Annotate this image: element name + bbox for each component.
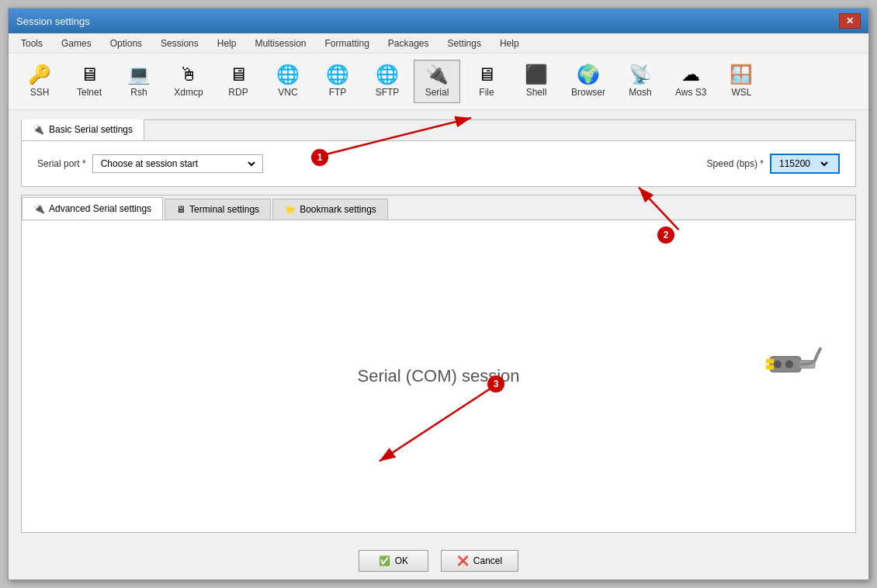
serial-port-select-wrapper[interactable]: Choose at session start COM1 COM2 COM3 C…: [92, 154, 263, 173]
protocol-file[interactable]: 🖥 File: [463, 60, 510, 103]
protocol-vnc[interactable]: 🌐 VNC: [265, 60, 311, 103]
bookmark-settings-label: Bookmark settings: [300, 204, 376, 215]
basic-serial-tab-icon: 🔌: [33, 124, 44, 135]
sftp-label: SFTP: [376, 87, 400, 98]
title-bar-controls: ✕: [839, 13, 861, 29]
basic-serial-tab-label: Basic Serial settings: [49, 124, 133, 135]
basic-settings-content: Serial port * Choose at session start CO…: [22, 141, 855, 186]
terminal-settings-icon: 🖥: [176, 204, 185, 215]
mosh-icon: 📡: [629, 65, 652, 84]
shell-label: Shell: [526, 87, 547, 98]
advanced-serial-label: Advanced Serial settings: [49, 203, 151, 214]
speed-label: Speed (bps) *: [707, 158, 764, 169]
xdmcp-icon: 🖱: [179, 65, 198, 84]
lower-panel: 🔌 Advanced Serial settings 🖥 Terminal se…: [21, 195, 856, 533]
svg-rect-7: [766, 365, 774, 370]
file-label: File: [479, 87, 494, 98]
rsh-label: Rsh: [130, 87, 147, 98]
menu-packages[interactable]: Packages: [382, 36, 435, 50]
protocol-ftp[interactable]: 🌐 FTP: [314, 60, 361, 103]
connector-svg: [762, 337, 824, 392]
serial-port-select[interactable]: Choose at session start COM1 COM2 COM3 C…: [98, 157, 258, 170]
title-bar: Session settings ✕: [9, 9, 868, 33]
lower-content: Serial (COM) session: [22, 220, 855, 532]
rdp-label: RDP: [228, 87, 248, 98]
ftp-label: FTP: [329, 87, 347, 98]
ok-icon: ✅: [379, 555, 390, 566]
wsl-label: WSL: [731, 87, 751, 98]
serial-icon: 🔌: [425, 65, 449, 84]
protocol-mosh[interactable]: 📡 Mosh: [617, 60, 664, 103]
browser-label: Browser: [571, 87, 605, 98]
protocol-awss3[interactable]: ☁ Aws S3: [667, 60, 715, 103]
telnet-label: Telnet: [77, 87, 102, 98]
basic-serial-tab[interactable]: 🔌 Basic Serial settings: [22, 119, 144, 140]
ok-button[interactable]: ✅ OK: [359, 550, 428, 572]
serial-session-text: Serial (COM) session: [357, 366, 519, 386]
protocol-shell[interactable]: ⬛ Shell: [513, 60, 560, 103]
cancel-button[interactable]: ❌ Cancel: [441, 550, 518, 572]
content-area: 🔌 Basic Serial settings Serial port * Ch…: [9, 110, 868, 542]
protocol-browser[interactable]: 🌍 Browser: [563, 60, 614, 103]
serial-label: Serial: [425, 87, 449, 98]
vnc-label: VNC: [278, 87, 297, 98]
menu-help2[interactable]: Help: [494, 36, 525, 50]
protocol-rdp[interactable]: 🖥 RDP: [215, 60, 262, 103]
window-title: Session settings: [16, 16, 90, 27]
svg-point-9: [785, 361, 793, 368]
protocol-serial[interactable]: 🔌 Serial: [414, 60, 460, 103]
menu-help[interactable]: Help: [211, 36, 243, 50]
advanced-serial-icon: 🔌: [33, 203, 45, 214]
tab-bookmark-settings[interactable]: ⭐ Bookmark settings: [272, 199, 388, 220]
menu-tools[interactable]: Tools: [15, 36, 49, 50]
wsl-icon: 🪟: [730, 65, 753, 84]
speed-select-wrapper[interactable]: 115200 9600 19200 38400 57600 230400: [770, 154, 840, 174]
sftp-icon: 🌐: [376, 65, 399, 84]
bookmark-settings-icon: ⭐: [284, 204, 296, 215]
tab-terminal-settings[interactable]: 🖥 Terminal settings: [165, 199, 271, 220]
awss3-icon: ☁: [681, 65, 700, 84]
serial-port-label: Serial port *: [37, 158, 86, 169]
ssh-label: SSH: [30, 87, 50, 98]
xdmcp-label: Xdmcp: [174, 87, 203, 98]
ftp-icon: 🌐: [326, 65, 349, 84]
file-icon: 🖥: [477, 65, 496, 84]
tab-advanced-serial[interactable]: 🔌 Advanced Serial settings: [22, 197, 163, 220]
basic-settings-panel: 🔌 Basic Serial settings Serial port * Ch…: [21, 119, 856, 187]
menu-games[interactable]: Games: [55, 36, 98, 50]
ssh-icon: 🔑: [28, 65, 51, 84]
speed-select[interactable]: 115200 9600 19200 38400 57600 230400: [776, 157, 830, 170]
rdp-icon: 🖥: [229, 65, 248, 84]
close-button[interactable]: ✕: [839, 13, 861, 29]
ok-label: OK: [395, 555, 408, 566]
telnet-icon: 🖥: [80, 65, 99, 84]
menu-formatting[interactable]: Formatting: [318, 36, 375, 50]
rsh-icon: 💻: [127, 65, 151, 84]
svg-point-8: [774, 361, 782, 368]
awss3-label: Aws S3: [675, 87, 706, 98]
bottom-bar: ✅ OK ❌ Cancel: [9, 542, 868, 579]
speed-group: Speed (bps) * 115200 9600 19200 38400 57…: [707, 154, 840, 174]
terminal-settings-label: Terminal settings: [189, 204, 259, 215]
menu-options[interactable]: Options: [104, 36, 148, 50]
vnc-icon: 🌐: [276, 65, 300, 84]
protocol-wsl[interactable]: 🪟 WSL: [718, 60, 764, 103]
mosh-label: Mosh: [629, 87, 651, 98]
protocol-ssh[interactable]: 🔑 SSH: [16, 60, 63, 103]
serial-port-group: Serial port * Choose at session start CO…: [37, 154, 263, 173]
protocol-xdmcp[interactable]: 🖱 Xdmcp: [165, 60, 212, 103]
connector-icon: [762, 337, 824, 403]
menu-settings[interactable]: Settings: [442, 36, 487, 50]
session-settings-window: Session settings ✕ Tools Games Options S…: [8, 8, 869, 580]
protocol-telnet[interactable]: 🖥 Telnet: [66, 60, 113, 103]
cancel-icon: ❌: [457, 555, 469, 566]
cancel-label: Cancel: [473, 555, 502, 566]
protocol-sftp[interactable]: 🌐 SFTP: [364, 60, 411, 103]
browser-icon: 🌍: [577, 65, 600, 84]
menu-multisession[interactable]: Multisession: [248, 36, 312, 50]
svg-rect-6: [766, 359, 774, 364]
shell-icon: ⬛: [525, 65, 548, 84]
protocol-rsh[interactable]: 💻 Rsh: [116, 60, 162, 103]
protocol-bar: 🔑 SSH 🖥 Telnet 💻 Rsh 🖱 Xdmcp 🖥 RDP 🌐 VNC…: [9, 54, 868, 110]
menu-sessions[interactable]: Sessions: [154, 36, 205, 50]
